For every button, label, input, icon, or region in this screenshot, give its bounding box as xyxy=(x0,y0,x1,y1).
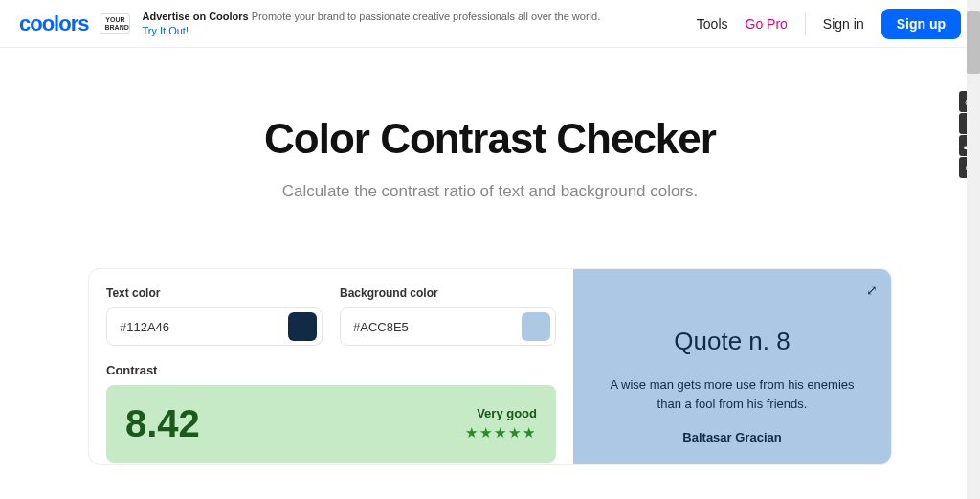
bg-color-group: Background color xyxy=(340,286,556,346)
quote-title: Quote n. 8 xyxy=(602,327,862,356)
text-color-input[interactable] xyxy=(112,320,288,334)
page-title: Color Contrast Checker xyxy=(19,115,961,163)
advert-title: Advertise on Coolors xyxy=(142,11,248,22)
checker-controls: Text color Background color Contrast 8. xyxy=(89,269,573,464)
nav-tools[interactable]: Tools xyxy=(697,16,728,32)
color-row: Text color Background color xyxy=(106,286,556,346)
rating-text: Very good xyxy=(465,406,537,420)
header-right: Tools Go Pro Sign in Sign up xyxy=(697,9,961,39)
text-color-label: Text color xyxy=(106,286,323,300)
rating: Very good ★★★★★ xyxy=(465,406,537,442)
contrast-value: 8.42 xyxy=(125,402,200,445)
header: coolors YOUR BRAND Advertise on Coolors … xyxy=(0,0,980,48)
text-color-group: Text color xyxy=(106,286,323,346)
logo[interactable]: coolors xyxy=(19,11,88,36)
text-color-input-wrap xyxy=(106,307,323,346)
advert-text: Advertise on Coolors Promote your brand … xyxy=(142,10,600,37)
nav-go-pro[interactable]: Go Pro xyxy=(746,16,788,32)
brand-badge[interactable]: YOUR BRAND xyxy=(100,13,130,34)
page-subtitle: Calculate the contrast ratio of text and… xyxy=(19,182,961,201)
preview-panel: ⤢ Quote n. 8 A wise man gets more use fr… xyxy=(573,269,891,464)
quote-text: A wise man gets more use from his enemie… xyxy=(602,375,862,413)
contrast-result: 8.42 Very good ★★★★★ xyxy=(106,385,556,463)
scrollbar[interactable] xyxy=(967,0,980,499)
advert-body: Promote your brand to passionate creativ… xyxy=(252,11,600,22)
bg-color-input-wrap xyxy=(340,307,556,346)
checker-panel: Text color Background color Contrast 8. xyxy=(88,268,892,465)
text-color-swatch[interactable] xyxy=(288,312,317,341)
scroll-thumb[interactable] xyxy=(967,11,980,74)
nav-divider xyxy=(805,12,806,35)
nav-sign-in[interactable]: Sign in xyxy=(823,16,864,32)
bg-color-input[interactable] xyxy=(345,320,522,334)
advert-link[interactable]: Try It Out! xyxy=(142,25,189,36)
bg-color-swatch[interactable] xyxy=(522,312,550,341)
expand-icon[interactable]: ⤢ xyxy=(866,283,878,298)
quote-author: Baltasar Gracian xyxy=(602,430,862,444)
sign-up-button[interactable]: Sign up xyxy=(881,9,961,39)
contrast-label: Contrast xyxy=(106,363,556,377)
header-left: coolors YOUR BRAND Advertise on Coolors … xyxy=(19,10,600,37)
bg-color-label: Background color xyxy=(340,286,556,300)
main: Color Contrast Checker Calculate the con… xyxy=(0,48,980,465)
rating-stars: ★★★★★ xyxy=(465,424,537,442)
